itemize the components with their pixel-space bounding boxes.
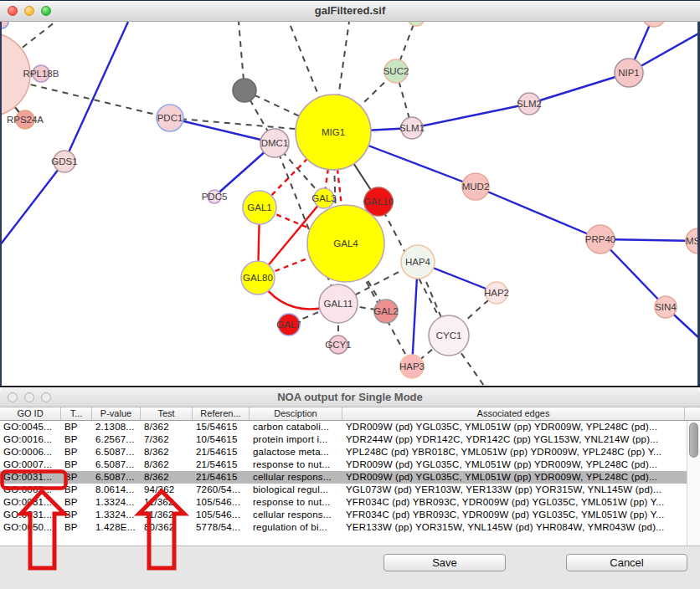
table-row[interactable]: GO:0031...BP6.5087...8/36221/54615cellul… [0,471,700,484]
table-row[interactable]: GO:0065...BP8.0614...94/3627260/54...bio… [0,484,700,496]
column-header-edges[interactable]: Associated edges [342,407,685,420]
node-label-hap3: HAP3 [399,361,425,371]
edge-pp[interactable] [170,118,275,143]
table-row[interactable]: GO:0050...BP1.428E...80/3625778/54...reg… [0,521,700,534]
table-row[interactable]: GO:0006...BP6.5087...8/36221/54615galact… [0,446,700,458]
cell-p: 8.0614... [92,484,141,496]
table-row[interactable]: GO:0045...BP2.1308...8/36215/54615carbon… [0,421,700,433]
cell-id: GO:0007... [0,458,61,471]
edge-pp[interactable] [412,104,529,128]
noa-window-titlebar[interactable]: NOA output for Single Mode [0,387,700,407]
node-label-gal80: GAL80 [243,273,273,283]
cell-id: GO:0016... [0,433,61,446]
table-header: GO IDT...P-valueTestReferen...Desciption… [0,407,700,421]
column-header-scroll-stub [685,407,700,420]
cancel-button[interactable]: Cancel [566,554,687,571]
edge-pp[interactable] [64,22,128,161]
node-top1[interactable] [642,22,666,27]
cell-type: BP [61,521,92,534]
column-header-desc[interactable]: Desciption [250,407,342,420]
node-label-pdc1: PDC1 [157,113,183,123]
network-canvas[interactable]: RPL18BRPS24AGDS1PDC1MIG1DMC1SUC2SLM1SLM2… [0,22,700,386]
cell-id: GO:0031... [0,509,61,521]
column-header-p[interactable]: P-value [92,407,141,420]
table-row[interactable]: GO:0031...BP1.3324...11/362105/546...cel… [0,509,700,521]
node-label-cyc1: CYC1 [436,330,462,341]
cell-p: 6.5087... [92,458,141,471]
cell-p: 6.5087... [92,446,141,458]
cell-test: 94/362 [141,484,193,496]
column-header-ref[interactable]: Referen... [193,407,250,420]
cell-test: 7/362 [141,433,193,446]
table-row[interactable]: GO:0031...BP1.3324...11/362105/546...res… [0,496,700,509]
node-label-suc2: SUC2 [383,66,409,76]
node-gray1[interactable] [233,79,256,102]
cell-test: 80/362 [141,521,193,534]
cell-edges: YDR244W (pp) YDR142C, YDR142C (pp) YGL15… [342,433,685,446]
cell-ref: 105/546... [193,509,250,521]
cell-edges: YFR034C (pd) YBR093C, YDR009W (pd) YGL03… [342,509,685,521]
node-label-rps24a: RPS24A [7,115,44,125]
cell-p: 6.5087... [92,471,141,484]
table-body: GO:0045...BP2.1308...8/36215/54615carbon… [0,421,700,545]
cell-ref: 105/546... [193,496,250,509]
node-label-slm2: SLM2 [517,99,542,109]
cell-desc: response to nut... [250,496,342,509]
button-bar: Save Cancel [0,545,700,589]
network-window-title: galFiltered.sif [0,4,700,17]
node-label-rpl18b: RPL18B [23,69,59,79]
noa-window: NOA output for Single Mode GO IDT...P-va… [0,387,700,589]
edge-pp[interactable] [529,73,629,104]
cell-test: 11/362 [141,509,193,521]
cell-desc: cellular respons... [250,471,342,484]
node-label-gal1: GAL1 [247,202,271,213]
cell-id: GO:0045... [0,421,61,433]
cell-edges: YFR034C (pd) YBR093C, YDR009W (pd) YGL03… [342,496,685,509]
cell-edges: YDR009W (pd) YGL035C, YML051W (pp) YDR00… [342,421,685,433]
edge-pp[interactable] [0,161,64,245]
node-label-dmc1: DMC1 [261,138,289,148]
network-window: galFiltered.sif RPL18BRPS24AGDS1PDC1MIG1… [0,1,700,386]
node-label-gcy1: GCY1 [325,340,351,350]
cell-id: GO:0031... [0,471,61,484]
node-label-prp40: PRP40 [585,234,615,244]
node-label-gal3: GAL3 [311,193,336,203]
node-label-hap4: HAP4 [405,257,431,267]
column-header-type[interactable]: T... [61,407,92,420]
screenshot-root: galFiltered.sif RPL18BRPS24AGDS1PDC1MIG1… [0,0,700,589]
table-scrollbar[interactable] [687,421,700,545]
cell-type: BP [61,458,92,471]
column-header-test[interactable]: Test [141,407,193,420]
node-label-mig1: MIG1 [322,127,345,137]
node-label-sin4: SIN4 [655,302,677,312]
cell-test: 11/362 [141,496,193,509]
scrollbar-thumb[interactable] [689,423,698,458]
cell-desc: galactose meta... [250,446,342,458]
cell-edges: YDR009W (pd) YGL035C, YML051W (pp) YDR00… [342,458,685,471]
cell-ref: 10/54615 [193,433,250,446]
cell-id: GO:0065... [0,484,61,496]
save-button[interactable]: Save [383,554,506,571]
cell-edges: YGL073W (pd) YER103W, YER133W (pp) YOR31… [342,484,685,496]
cell-ref: 21/54615 [193,458,250,471]
cell-desc: cellular respons... [250,509,342,521]
cell-test: 8/362 [141,458,193,471]
noa-window-title: NOA output for Single Mode [0,391,700,403]
node-grn1[interactable] [408,22,425,26]
cell-id: GO:0050... [0,521,61,534]
cell-p: 6.2567... [92,433,141,446]
cell-test: 8/362 [141,471,193,484]
cell-p: 1.3324... [92,496,141,509]
network-window-titlebar[interactable]: galFiltered.sif [0,1,700,22]
node-label-nip1: NIP1 [618,68,640,78]
table-row[interactable]: GO:0007...BP6.5087...8/36221/54615respon… [0,458,700,471]
cell-type: BP [61,496,92,509]
edge-pp[interactable] [476,187,600,239]
cell-type: BP [61,509,92,521]
cell-ref: 7260/54... [193,484,250,496]
node-label-gal2: GAL2 [373,306,398,316]
cell-type: BP [61,421,92,433]
cell-type: BP [61,433,92,446]
column-header-id[interactable]: GO ID [0,407,61,420]
table-row[interactable]: GO:0016...BP6.2567...7/36210/54615protei… [0,433,700,446]
